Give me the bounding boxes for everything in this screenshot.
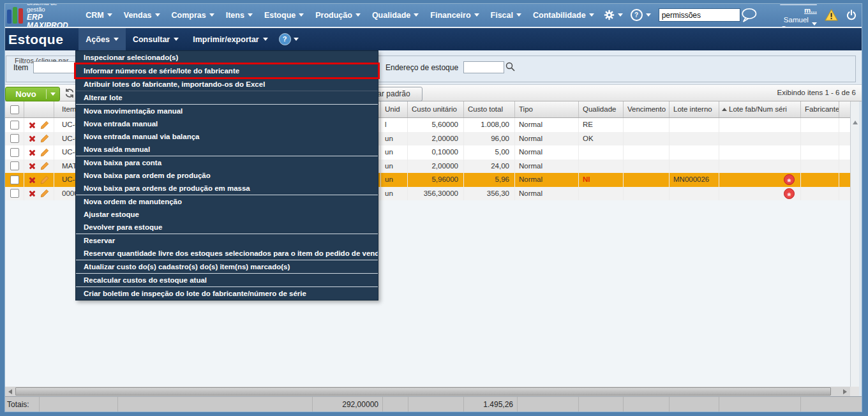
company-link[interactable]: Fábrica de m... xyxy=(765,0,816,15)
scrollbar-thumb[interactable] xyxy=(15,387,831,396)
row-checkbox[interactable] xyxy=(10,175,19,184)
menu-item-nova-baixa-para-ordens-de-producao-em-mass[interactable]: Nova baixa para ordens de produção em ma… xyxy=(76,182,378,195)
delete-icon[interactable] xyxy=(29,121,36,128)
menu-item-nova-entrada-manual-via-balanca[interactable]: Nova entrada manual via balança xyxy=(76,130,378,143)
lote-interno-cell xyxy=(670,160,719,174)
scroll-up-arrow[interactable] xyxy=(853,121,858,124)
row-select-cell xyxy=(5,132,24,146)
menu-item-nova-saida-manual[interactable]: Nova saída manual xyxy=(76,143,378,156)
menu-item-recalcular-custos-do-estoque-atual[interactable]: Recalcular custos do estoque atual xyxy=(76,274,378,286)
menu-item-informar-numeros-de-serie-lote-do-fabrican[interactable]: Informar números de série/lote do fabric… xyxy=(76,64,378,77)
col-lote-fab[interactable]: Lote fab/Num séri xyxy=(719,101,801,117)
custo-unitario-cell: 2,00000 xyxy=(408,132,464,146)
unid-cell: un xyxy=(381,173,408,187)
menu-item-devolver-para-estoque[interactable]: Devolver para estoque xyxy=(76,221,378,234)
serial-required-badge-icon[interactable]: * xyxy=(784,188,795,199)
edit-icon[interactable] xyxy=(40,121,49,130)
menu-item-criar-boletim-de-inspecao-do-lote-do-fabri[interactable]: Criar boletim de inspeção do lote do fab… xyxy=(76,287,378,300)
scroll-right-arrow[interactable] xyxy=(840,387,850,396)
custo-total-cell: 356,30 xyxy=(464,187,515,201)
col-custo-unitario[interactable]: Custo unitário xyxy=(408,101,464,117)
row-select-cell xyxy=(5,173,24,187)
chevron-down-icon xyxy=(474,13,479,17)
novo-button[interactable]: Novo xyxy=(5,87,60,101)
menu-item-atribuir-lotes-do-fabricante-importando-os[interactable]: Atribuir lotes do fabricante, importando… xyxy=(76,78,378,91)
power-icon[interactable] xyxy=(846,8,857,22)
col-qualidade[interactable]: Qualidade xyxy=(579,101,624,117)
delete-icon[interactable] xyxy=(29,176,36,183)
menu-item-atualizar-custo-do-s-cadastro-s-do-s-item-[interactable]: Atualizar custo do(s) cadastro(s) do(s) … xyxy=(76,260,378,273)
vertical-scrollbar[interactable] xyxy=(850,101,859,387)
menu-item-alterar-lote[interactable]: Alterar lote xyxy=(76,91,378,104)
row-checkbox[interactable] xyxy=(10,148,19,157)
magnifier-icon[interactable] xyxy=(505,61,516,72)
top-navigation-bar: Sistema de gestão ERP MAXIPROD CRMVendas… xyxy=(3,3,864,27)
edit-icon[interactable] xyxy=(40,134,49,143)
topbar-menu-compras[interactable]: Compras xyxy=(166,11,220,20)
row-action-icons xyxy=(24,118,54,132)
items-count-text: Exibindo itens 1 - 6 de 6 xyxy=(777,89,856,96)
custo-unitario-cell: 356,30000 xyxy=(408,187,464,201)
unid-cell: un xyxy=(381,145,408,160)
topbar-menu-crm[interactable]: CRM xyxy=(80,11,117,20)
logo-subtitle: Sistema de gestão xyxy=(27,0,73,13)
col-unid[interactable]: Unid xyxy=(381,101,408,117)
topbar-menu-producao[interactable]: Produção xyxy=(310,11,366,20)
topbar-menu-qualidade[interactable]: Qualidade xyxy=(366,11,424,20)
col-vencimento[interactable]: Vencimento xyxy=(624,101,670,117)
chat-bubble-icon[interactable] xyxy=(740,6,758,24)
global-search-input[interactable] xyxy=(659,8,740,22)
select-all-checkbox[interactable] xyxy=(10,105,19,114)
settings-menu[interactable] xyxy=(600,10,627,20)
menu-item-nova-baixa-para-ordem-de-producao[interactable]: Nova baixa para ordem de produção xyxy=(76,169,378,182)
menu-item-nova-entrada-manual[interactable]: Nova entrada manual xyxy=(76,117,378,130)
edit-icon[interactable] xyxy=(40,148,49,157)
col-tipo[interactable]: Tipo xyxy=(515,101,579,117)
qualidade-cell: NI xyxy=(579,173,624,187)
row-checkbox[interactable] xyxy=(10,134,19,143)
row-checkbox[interactable] xyxy=(10,189,19,198)
page-menu-imprimir-exportar[interactable]: Imprimir/exportar xyxy=(186,28,275,50)
menu-item-ajustar-estoque[interactable]: Ajustar estoque xyxy=(76,208,378,221)
topbar-menu-vendas[interactable]: Vendas xyxy=(118,11,166,20)
row-checkbox[interactable] xyxy=(10,161,19,170)
col-custo-total[interactable]: Custo total xyxy=(464,101,515,117)
delete-icon[interactable] xyxy=(29,163,36,170)
refresh-icon[interactable] xyxy=(64,88,75,98)
topbar-menu-fiscal[interactable]: Fiscal xyxy=(485,11,527,20)
delete-icon[interactable] xyxy=(29,190,36,197)
vencimento-cell xyxy=(624,160,670,174)
delete-icon[interactable] xyxy=(29,149,36,156)
topbar-menu-itens[interactable]: Itens xyxy=(220,11,258,20)
topbar-menu-contabilidade[interactable]: Contabilidade xyxy=(527,11,600,20)
chevron-down-icon[interactable] xyxy=(294,38,299,41)
page-menu-consultar[interactable]: Consultar xyxy=(126,28,186,50)
menu-item-reservar[interactable]: Reservar xyxy=(76,234,378,247)
menu-item-inspecionar-selecionado-s[interactable]: Inspecionar selecionado(s) xyxy=(76,51,378,64)
qualidade-cell xyxy=(579,187,624,201)
custo-unitario-cell: 5,60000 xyxy=(408,118,464,132)
edit-icon[interactable] xyxy=(40,161,49,170)
serial-required-badge-icon[interactable]: * xyxy=(784,174,795,185)
help-menu[interactable]: ? xyxy=(627,9,655,21)
topbar-menu-estoque[interactable]: Estoque xyxy=(258,11,310,20)
menu-item-nova-movimentacao-manual[interactable]: Nova movimentação manual xyxy=(76,105,378,117)
col-lote-interno[interactable]: Lote interno xyxy=(670,101,719,117)
item-filter-label: Item xyxy=(13,63,28,72)
page-menu-acoes[interactable]: Ações xyxy=(79,28,126,50)
row-checkbox[interactable] xyxy=(10,121,19,130)
col-fabricante[interactable]: Fabricante xyxy=(801,101,839,117)
warning-triangle-icon[interactable] xyxy=(825,8,838,22)
blank-cell xyxy=(839,160,850,174)
endereco-filter-input[interactable] xyxy=(463,61,504,73)
menu-item-nova-baixa-para-conta[interactable]: Nova baixa para conta xyxy=(76,156,378,169)
horizontal-scrollbar[interactable] xyxy=(5,387,859,396)
page-help-icon[interactable]: ? xyxy=(279,33,291,45)
menu-item-reservar-quantidade-livre-dos-estoques-sel[interactable]: Reservar quantidade livre dos estoques s… xyxy=(76,247,378,260)
scroll-left-arrow[interactable] xyxy=(5,387,15,396)
edit-icon[interactable] xyxy=(40,175,49,184)
menu-item-nova-ordem-de-manutencao[interactable]: Nova ordem de manutenção xyxy=(76,195,378,208)
delete-icon[interactable] xyxy=(29,135,36,142)
topbar-menu-financeiro[interactable]: Financeiro xyxy=(424,11,484,20)
edit-icon[interactable] xyxy=(40,189,49,198)
